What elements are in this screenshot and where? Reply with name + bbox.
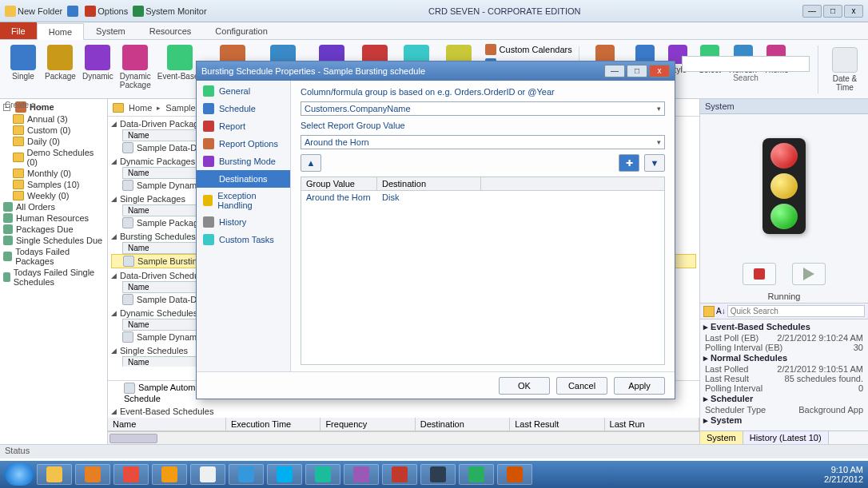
menu-tab[interactable]: System	[84, 22, 137, 39]
tree-folder[interactable]: Daily (0)	[2, 136, 106, 147]
dialog-maximize-button[interactable]: □	[627, 65, 647, 77]
tree-folder[interactable]: Demo Schedules (0)	[2, 147, 106, 168]
taskbar-item[interactable]	[497, 464, 532, 485]
play-button[interactable]	[792, 263, 826, 285]
tree-smartfolder[interactable]: Single Schedules Due	[2, 235, 106, 246]
taskbar-item[interactable]	[37, 464, 72, 485]
grid-row[interactable]: Around the Horn Disk	[301, 191, 664, 204]
apply-button[interactable]: Apply	[614, 377, 665, 395]
dialog-nav-item[interactable]: History	[197, 213, 290, 231]
taskbar-item[interactable]	[305, 464, 340, 485]
search-input[interactable]	[682, 56, 810, 72]
ribbon-icon	[167, 45, 193, 70]
app-icon	[200, 466, 216, 482]
ribbon-small-button[interactable]: Custom Calendars	[482, 43, 575, 56]
dialog-nav-item[interactable]: Report	[197, 117, 290, 135]
dialog-nav-item[interactable]: Report Options	[197, 135, 290, 153]
ribbon-button[interactable]: Package	[42, 43, 79, 91]
taskbar-item[interactable]	[229, 464, 264, 485]
menu-tab[interactable]: Resources	[137, 22, 204, 39]
dialog-close-button[interactable]: x	[649, 65, 670, 77]
qat-item[interactable]	[67, 6, 80, 17]
sys-section-header[interactable]: ▸ Normal Schedules	[703, 352, 865, 364]
dialog-nav-item[interactable]: Schedule	[197, 100, 290, 117]
horizontal-scrollbar[interactable]	[108, 431, 699, 444]
taskbar-item[interactable]	[420, 464, 456, 485]
ribbon-icon	[122, 45, 148, 70]
dialog-minimize-button[interactable]: —	[604, 65, 625, 77]
grid-col-destination[interactable]: Destination	[377, 177, 481, 190]
folder-icon	[13, 169, 24, 178]
move-up-button[interactable]: ▲	[301, 154, 321, 172]
taskbar-item[interactable]	[152, 464, 187, 485]
datetime-button[interactable]: Date & Time	[826, 46, 863, 93]
dialog-title: Bursting Schedule Properties - Sample Bu…	[201, 66, 425, 76]
ribbon-button[interactable]: Dynamic	[79, 43, 117, 91]
taskbar-item[interactable]	[75, 464, 110, 485]
taskbar-item[interactable]	[344, 464, 379, 485]
tree-folder[interactable]: Custom (0)	[2, 125, 106, 136]
system-tab[interactable]: System	[700, 431, 743, 444]
tree-folder[interactable]: Annual (3)	[2, 113, 106, 125]
collapse-icon[interactable]: ◢	[111, 195, 117, 203]
taskbar-item[interactable]	[190, 464, 225, 485]
dialog-nav-item[interactable]: Custom Tasks	[197, 231, 290, 248]
close-button[interactable]: x	[844, 5, 863, 18]
qat-item[interactable]: Options	[85, 6, 128, 17]
ribbon-button[interactable]: Dynamic Package	[117, 43, 154, 91]
grid-col-group[interactable]: Group Value	[301, 177, 377, 190]
tree-folder[interactable]: Monthly (0)	[2, 168, 106, 179]
quick-search-input[interactable]	[727, 305, 865, 317]
dialog-nav-item[interactable]: Bursting Mode	[197, 153, 290, 170]
start-button[interactable]	[5, 463, 34, 486]
system-tab[interactable]: History (Latest 10)	[743, 431, 829, 444]
breadcrumb-item[interactable]: Home	[129, 103, 152, 113]
smartfolder-icon	[3, 272, 10, 282]
qat-item[interactable]: System Monitor	[133, 6, 206, 17]
system-clock[interactable]: 9:10 AM 2/21/2012	[824, 465, 863, 484]
tree-folder[interactable]: Weekly (0)	[2, 190, 106, 201]
sys-section-header[interactable]: ▸ Scheduler	[703, 393, 865, 405]
sys-section-header[interactable]: ▸ Event-Based Schedules	[703, 321, 865, 333]
tree-smartfolder[interactable]: Todays Failed Single Schedules	[2, 267, 106, 288]
tree-folder[interactable]: Samples (10)	[2, 179, 106, 190]
dialog-nav-item[interactable]: Exception Handling	[197, 188, 290, 213]
menu-tab[interactable]: Configuration	[203, 22, 279, 39]
stop-button[interactable]	[743, 263, 776, 285]
taskbar-item[interactable]	[382, 464, 417, 485]
tree-smartfolder[interactable]: Human Resources	[2, 212, 106, 224]
move-down-button[interactable]: ▼	[644, 154, 665, 172]
dialog-nav-item[interactable]: General	[197, 82, 290, 100]
tree-smartfolder[interactable]: All Orders	[2, 201, 106, 212]
cancel-button[interactable]: Cancel	[556, 377, 607, 395]
column-group-combo[interactable]: Customers.CompanyName ▾	[301, 101, 665, 116]
collapse-icon[interactable]: ◢	[111, 272, 117, 280]
tree-smartfolder[interactable]: Todays Failed Packages	[2, 246, 106, 267]
breadcrumb-item[interactable]: Samples	[165, 103, 200, 113]
group-value-combo[interactable]: Around the Horn ▾	[301, 135, 665, 149]
taskbar-item[interactable]	[459, 464, 494, 485]
collapse-icon[interactable]: ◢	[111, 120, 117, 128]
collapse-icon[interactable]: ◢	[111, 309, 117, 317]
minimize-button[interactable]: —	[802, 5, 822, 18]
collapse-icon[interactable]: ◢	[111, 232, 117, 240]
ribbon-button[interactable]: Single	[5, 43, 42, 91]
add-button[interactable]: ✚	[619, 154, 639, 172]
maximize-button[interactable]: □	[823, 5, 842, 18]
taskbar-item[interactable]	[113, 464, 149, 485]
dialog-nav-item[interactable]: Destinations	[197, 170, 290, 188]
collapse-icon[interactable]: ◢	[111, 407, 117, 415]
categorize-icon[interactable]	[703, 306, 715, 317]
file-tab[interactable]: File	[0, 22, 37, 39]
qat-item[interactable]: New Folder	[5, 6, 62, 17]
taskbar-item[interactable]	[267, 464, 302, 485]
sort-asc-icon[interactable]: A↓	[716, 307, 726, 315]
tree-smartfolder[interactable]: Packages Due	[2, 224, 106, 235]
menu-tab[interactable]: Home	[37, 23, 84, 40]
dialog-titlebar[interactable]: Bursting Schedule Properties - Sample Bu…	[197, 61, 675, 81]
collapse-icon[interactable]: ◢	[111, 347, 117, 355]
sys-section-header[interactable]: ▸ System	[703, 415, 865, 427]
destinations-grid: Group Value Destination Around the Horn …	[301, 177, 665, 365]
collapse-icon[interactable]: ◢	[111, 157, 117, 165]
ok-button[interactable]: OK	[499, 377, 550, 395]
